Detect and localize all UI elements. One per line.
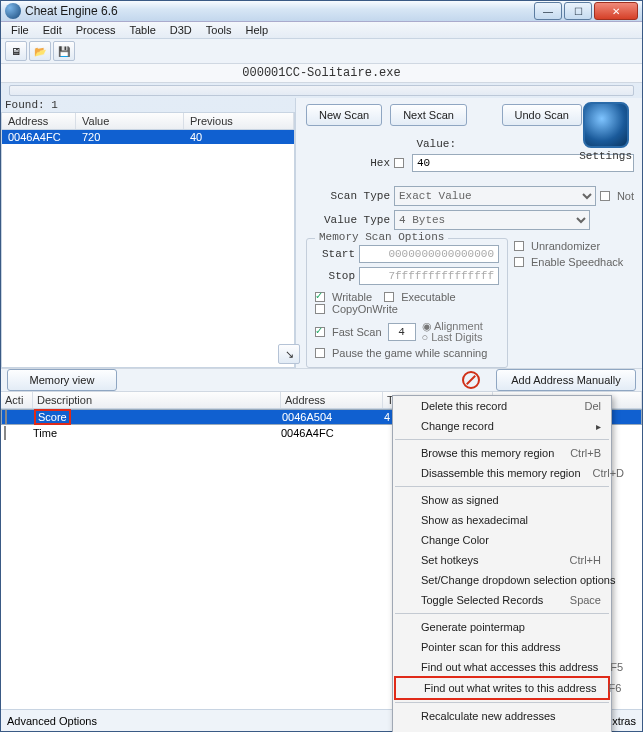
cow-checkbox[interactable] [315,304,325,314]
settings-link[interactable]: Settings [579,150,632,162]
open-table-button[interactable]: 📂 [29,41,51,61]
memopt-legend: Memory Scan Options [315,231,448,243]
process-name: 000001CC-Solitaire.exe [1,64,642,83]
ce-logo-icon[interactable] [583,102,629,148]
col-address[interactable]: Address [2,113,76,129]
window-title: Cheat Engine 6.6 [25,4,534,18]
result-row[interactable]: 0046A4FC 720 40 [2,130,294,144]
hex-label: Hex [306,157,390,169]
fastscan-value[interactable] [388,323,416,341]
start-input[interactable] [359,245,499,263]
writable-checkbox[interactable] [315,292,325,302]
ctx-toggle-selected[interactable]: Toggle Selected RecordsSpace [393,590,611,610]
undo-scan-button[interactable]: Undo Scan [502,104,582,126]
hex-checkbox[interactable] [394,158,404,168]
new-scan-button[interactable]: New Scan [306,104,382,126]
scan-type-select[interactable]: Exact Value [394,186,596,206]
ctx-dropdown-options[interactable]: Set/Change dropdown selection options [393,570,611,590]
results-header: Address Value Previous [1,112,295,130]
app-icon [5,3,21,19]
ctx-set-hotkeys[interactable]: Set hotkeysCtrl+H [393,550,611,570]
open-process-button[interactable]: 🖥 [5,41,27,61]
unrandomizer-checkbox[interactable] [514,241,524,251]
value-label: Value: [306,138,456,150]
found-count: Found: 1 [1,98,295,112]
ctx-find-writes[interactable]: Find out what writes to this addressF6 [396,678,608,698]
value-type-label: Value Type [306,214,390,226]
executable-checkbox[interactable] [384,292,394,302]
value-type-select[interactable]: 4 Bytes [394,210,590,230]
toolbar: 🖥 📂 💾 [1,39,642,64]
not-checkbox[interactable] [600,191,610,201]
titlebar: Cheat Engine 6.6 — ☐ ✕ [1,1,642,22]
col-previous[interactable]: Previous [184,113,294,129]
menubar: File Edit Process Table D3D Tools Help [1,22,642,39]
lua-button[interactable]: ↘ [278,344,300,364]
scan-type-label: Scan Type [306,190,390,202]
advanced-options[interactable]: Advanced Options [7,715,97,727]
menu-tools[interactable]: Tools [200,22,238,38]
maximize-button[interactable]: ☐ [564,2,592,20]
menu-process[interactable]: Process [70,22,122,38]
col-value[interactable]: Value [76,113,184,129]
no-entry-icon[interactable] [462,371,480,389]
scan-progress [9,85,634,96]
context-menu: Delete this recordDel Change record Brow… [392,395,612,732]
memory-view-button[interactable]: Memory view [7,369,117,391]
ctx-show-hex[interactable]: Show as hexadecimal [393,510,611,530]
add-address-button[interactable]: Add Address Manually [496,369,636,391]
ctx-recheck-symbols[interactable]: Force recheck symbols [393,726,611,732]
ctx-generate-pointermap[interactable]: Generate pointermap [393,617,611,637]
menu-table[interactable]: Table [123,22,161,38]
ctx-find-accesses[interactable]: Find out what accesses this addressF5 [393,657,611,677]
active-checkbox[interactable] [5,410,7,424]
menu-d3d[interactable]: D3D [164,22,198,38]
close-button[interactable]: ✕ [594,2,638,20]
pause-checkbox[interactable] [315,348,325,358]
ctx-show-signed[interactable]: Show as signed [393,490,611,510]
ctx-change-record[interactable]: Change record [393,416,611,436]
menu-edit[interactable]: Edit [37,22,68,38]
ctx-disassemble[interactable]: Disassemble this memory regionCtrl+D [393,463,611,483]
speedhack-checkbox[interactable] [514,257,524,267]
next-scan-button[interactable]: Next Scan [390,104,467,126]
fastscan-checkbox[interactable] [315,327,325,337]
ctx-browse-memory[interactable]: Browse this memory regionCtrl+B [393,443,611,463]
menu-help[interactable]: Help [239,22,274,38]
ctx-delete[interactable]: Delete this recordDel [393,396,611,416]
stop-input[interactable] [359,267,499,285]
ctx-pointer-scan[interactable]: Pointer scan for this address [393,637,611,657]
save-table-button[interactable]: 💾 [53,41,75,61]
minimize-button[interactable]: — [534,2,562,20]
results-list[interactable]: 0046A4FC 720 40 [1,130,295,368]
ctx-change-color[interactable]: Change Color [393,530,611,550]
ctx-recalculate[interactable]: Recalculate new addresses [393,706,611,726]
menu-file[interactable]: File [5,22,35,38]
active-checkbox[interactable] [4,426,6,440]
